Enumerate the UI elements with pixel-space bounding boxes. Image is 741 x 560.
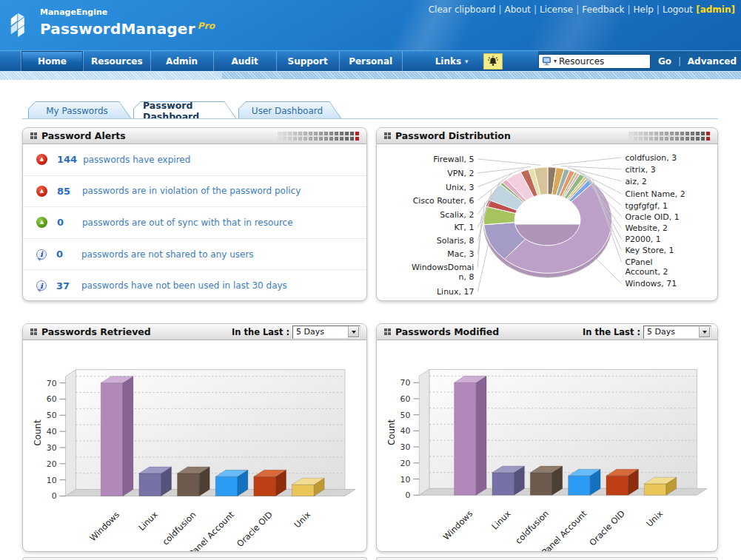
subtab-password-dashboard[interactable]: Password Dashboard [133,101,237,119]
x-category-label-unix: Unix [644,508,665,529]
x-category-label-coldfusion: coldfusion [160,510,198,547]
y-axis-label: Count [33,419,43,446]
alert-text[interactable]: passwords are not shared to any users [81,249,254,260]
subtab-user-dashboard[interactable]: User Dashboard [238,101,342,119]
top-link-clear-clipboard[interactable]: Clear clipboard [429,4,496,15]
chart-left-wall [66,370,76,496]
modified-period-select[interactable]: 5 Days [643,325,711,339]
select-dropdown-icon[interactable] [699,326,711,338]
main-navbar: HomeResourcesAdminAuditSupportPersonal L… [0,50,741,71]
top-link-license[interactable]: License [540,4,573,15]
alert-count[interactable]: 37 [56,280,76,291]
donut-label-linux: Linux, 17 [437,287,474,297]
scope-dropdown-caret-icon[interactable]: ▾ [554,58,557,64]
advanced-search-link[interactable]: Advanced [688,56,737,67]
distribution-chart: coldfusion, 3citrix, 3aiz, 2Client Name,… [377,144,717,300]
donut-label-windows-domain: WindowsDomain, 8 [412,263,474,282]
in-the-last-label: In the Last : [232,327,289,337]
alarm-bell-button[interactable] [483,53,503,70]
top-link-help[interactable]: Help [634,4,654,15]
brand-product: PasswordManagerPro [40,17,215,38]
alert-text[interactable]: passwords are out of sync with that in r… [82,217,293,228]
bar-linux [492,473,514,495]
alert-count[interactable]: 0 [56,249,76,260]
alert-count[interactable]: 85 [57,186,76,197]
separator: | [576,4,579,15]
donut-chart: coldfusion, 3citrix, 3aiz, 2Client Name,… [377,144,717,300]
nav-tab-support[interactable]: Support [277,51,340,71]
y-tick-label: 0 [406,490,411,500]
nav-tab-personal[interactable]: Personal [340,51,403,71]
y-tick-label: 60 [400,394,411,404]
next-panel-edge [376,557,718,560]
alert-count[interactable]: 144 [57,154,77,165]
alert-count[interactable]: 0 [57,217,76,228]
bar-cpanel-account [215,476,238,496]
bar-coldfusion [178,473,200,496]
alert-up-red-icon: ▲ [36,186,47,197]
donut-label-vpn: VPN, 2 [447,169,474,178]
alert-text[interactable]: passwords are in violation of the passwo… [82,186,301,196]
retrieved-period-select[interactable]: 5 Days [292,325,361,339]
bar-side-windows [123,377,133,496]
links-menu-label: Links [435,56,461,67]
donut-label-unix: Unix, 3 [446,183,474,192]
passwords-retrieved-panel: Passwords Retrieved In the Last : 5 Days… [22,323,367,552]
alert-row[interactable]: ▲0passwords are out of sync with that in… [23,206,366,238]
passwords-retrieved-header: Passwords Retrieved In the Last : 5 Days [23,324,366,340]
x-category-label-windows: Windows [87,510,121,544]
alert-text[interactable]: passwords have not been used in last 30 … [81,280,287,291]
go-button[interactable]: Go [658,56,671,67]
resource-monitor-icon [542,56,551,66]
dashboard-subtabs: My PasswordsPassword DashboardUser Dashb… [28,101,342,119]
chevron-down-icon: ▾ [465,58,469,65]
donut-label-oracle-oid: Oracle OID, 1 [625,212,679,222]
top-link-about[interactable]: About [504,4,530,15]
top-link-logout[interactable]: Logout [663,4,693,15]
top-link-feedback[interactable]: Feedback [582,4,624,15]
alert-row[interactable]: ▲144passwords have expired [23,144,366,175]
donut-label-solaris: Solaris, 8 [437,236,475,246]
donut-label-cisco-router: Cisco Router, 6 [413,196,475,206]
bar-cpanel-account [569,476,591,495]
alert-row[interactable]: i37passwords have not been used in last … [23,269,366,301]
x-category-label-oracle-oid: Oracle OID [587,508,627,548]
links-menu[interactable]: Links ▾ [426,51,477,71]
search-scope-value[interactable]: Resources [559,56,604,67]
donut-label-key-store: Key Store, 1 [625,246,674,255]
donut-label-p2000: P2000, 1 [625,235,660,244]
nav-tab-resources[interactable]: Resources [84,51,151,71]
password-alerts-header: Password Alerts [23,128,366,144]
select-dropdown-icon[interactable] [348,326,360,338]
modified-period-value: 5 Days [644,327,699,337]
logged-in-user: [admin] [693,4,735,15]
alert-list: ▲144passwords have expired▲85passwords a… [23,144,366,301]
y-tick-label: 50 [400,411,411,420]
bar-windows [101,383,123,496]
separator: | [657,4,660,15]
alert-row[interactable]: i0passwords are not shared to any users [23,238,366,270]
bar-oracle-oid [254,476,276,496]
donut-label-coldfusion: coldfusion, 3 [625,153,677,163]
separator: | [627,4,630,15]
top-banner: ManageEngine PasswordManagerPro Clear cl… [0,0,741,50]
retrieved-period-value: 5 Days [293,327,348,337]
y-tick-label: 10 [400,475,411,485]
subtab-my-passwords[interactable]: My Passwords [28,101,132,119]
in-the-last-label: In the Last : [583,327,640,337]
nav-tab-audit[interactable]: Audit [214,51,277,71]
y-tick-label: 40 [47,427,57,436]
nav-tab-home[interactable]: Home [21,51,84,71]
header-decoration [278,132,359,141]
x-category-label-linux: Linux [136,509,160,533]
donut-label-kt: KT, 1 [454,223,474,232]
password-distribution-header: Password Distribution [377,128,717,144]
alert-row[interactable]: ▲85passwords are in violation of the pas… [23,175,366,207]
nav-tab-admin[interactable]: Admin [151,51,214,71]
search-input[interactable]: ▾ Resources [538,54,651,69]
alert-up-red-icon: ▲ [36,154,47,165]
bar-side-windows [476,376,486,495]
y-tick-label: 30 [400,442,411,452]
alert-text[interactable]: passwords have expired [83,155,190,165]
y-tick-label: 60 [47,394,57,404]
